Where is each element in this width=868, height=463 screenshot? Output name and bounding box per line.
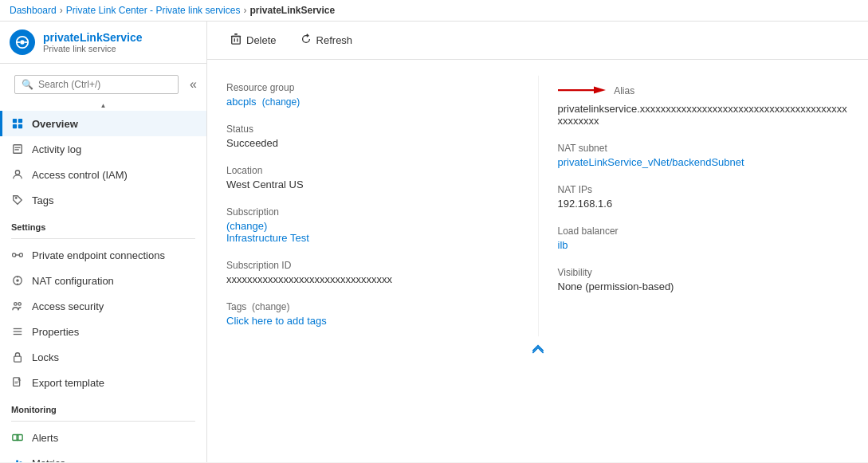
sidebar-service-name: privateLinkService — [43, 31, 143, 44]
resource-group-label: Resource group — [226, 82, 538, 93]
search-icon: 🔍 — [22, 79, 33, 90]
visibility-item: Visibility None (permission-based) — [558, 261, 850, 302]
collapse-sidebar-button[interactable]: « — [187, 76, 200, 93]
scroll-indicator-top: ▲ — [0, 100, 206, 111]
subscription-id-label: Subscription ID — [226, 260, 538, 271]
tags-add-link[interactable]: Click here to add tags — [226, 315, 538, 327]
sidebar-item-access-control[interactable]: Access control (IAM) — [0, 162, 206, 187]
load-balancer-item: Load balancer ilb — [558, 219, 850, 261]
locks-icon — [11, 351, 24, 363]
subscription-id-item: Subscription ID xxxxxxxxxxxxxxxxxxxxxxxx… — [226, 253, 538, 295]
svg-rect-25 — [14, 356, 22, 362]
content-area: Delete Refresh Resource grou — [207, 22, 868, 462]
location-label: Location — [226, 165, 538, 176]
svg-point-14 — [19, 253, 22, 257]
tags-label: Tags (change) — [226, 301, 538, 312]
svg-point-11 — [15, 171, 19, 175]
private-endpoint-label: Private endpoint connections — [32, 249, 165, 261]
activity-log-icon — [11, 143, 24, 155]
tags-change-link[interactable]: (change) — [252, 301, 289, 312]
activity-log-label: Activity log — [32, 143, 81, 155]
service-icon — [10, 29, 35, 55]
access-security-icon — [11, 300, 24, 312]
load-balancer-label: Load balancer — [558, 226, 850, 237]
overview-icon — [11, 117, 24, 130]
breadcrumb-dashboard[interactable]: Dashboard — [10, 5, 57, 16]
refresh-icon — [300, 33, 312, 47]
svg-rect-8 — [14, 145, 22, 154]
sidebar-item-private-endpoint[interactable]: Private endpoint connections — [0, 242, 206, 268]
refresh-button[interactable]: Refresh — [290, 28, 363, 53]
metrics-icon — [11, 457, 24, 462]
status-label: Status — [226, 124, 538, 135]
svg-rect-30 — [17, 435, 22, 441]
sidebar-item-locks[interactable]: Locks — [0, 344, 206, 370]
subscription-infrastructure-link[interactable]: Infrastructure Test — [226, 232, 309, 244]
alias-item: Alias privatelinkservice.xxxxxxxxxxxxxxx… — [558, 76, 850, 136]
sidebar-item-activity-log[interactable]: Activity log — [0, 136, 206, 162]
subscription-label: Subscription — [226, 206, 538, 218]
svg-point-21 — [18, 303, 22, 306]
overview-label: Overview — [32, 118, 78, 130]
visibility-value: None (permission-based) — [558, 281, 850, 292]
properties-label: Properties — [32, 326, 79, 338]
properties-icon — [11, 325, 24, 338]
breadcrumb-private-link[interactable]: Private Link Center - Private link servi… — [66, 5, 241, 16]
settings-section-label: Settings — [0, 213, 206, 235]
nat-ips-label: NAT IPs — [558, 184, 850, 195]
access-security-label: Access security — [32, 300, 104, 312]
sidebar-item-tags[interactable]: Tags — [0, 187, 206, 213]
svg-point-20 — [14, 303, 18, 306]
sidebar-header: privateLinkService Private link service — [0, 22, 206, 64]
breadcrumb-current: privateLinkService — [249, 5, 335, 16]
alerts-label: Alerts — [32, 432, 58, 444]
sidebar-item-access-security[interactable]: Access security — [0, 293, 206, 319]
subscription-value: (change)Infrastructure Test — [226, 220, 538, 244]
sidebar-item-metrics[interactable]: Metrics — [0, 450, 206, 462]
search-container: 🔍 « — [0, 69, 206, 100]
sidebar-title-group: privateLinkService Private link service — [43, 31, 143, 53]
delete-button[interactable]: Delete — [220, 28, 287, 53]
toolbar: Delete Refresh — [207, 22, 868, 60]
access-control-icon — [11, 168, 24, 181]
resource-group-change-link[interactable]: (change) — [262, 96, 300, 108]
sidebar-item-overview[interactable]: Overview — [0, 111, 206, 136]
nat-subnet-link[interactable]: privateLinkService_vNet/backendSubnet — [558, 156, 744, 168]
status-item: Status Succeeded — [226, 117, 538, 159]
export-template-icon — [11, 376, 24, 389]
svg-point-17 — [16, 279, 19, 282]
svg-point-13 — [12, 253, 15, 257]
sidebar: privateLinkService Private link service … — [0, 22, 207, 462]
resource-group-link[interactable]: abcpls — [226, 96, 257, 108]
main-layout: privateLinkService Private link service … — [0, 22, 868, 462]
search-box[interactable]: 🔍 — [14, 75, 179, 94]
overview-content: Resource group abcpls (change) Status Su… — [207, 60, 868, 462]
alerts-icon — [11, 431, 24, 444]
load-balancer-value: ilb — [558, 239, 850, 251]
sidebar-item-export-template[interactable]: Export template — [0, 370, 206, 395]
location-item: Location West Central US — [226, 159, 538, 200]
svg-point-1 — [20, 40, 24, 44]
collapse-overview-button[interactable] — [226, 336, 849, 360]
monitoring-section-label: Monitoring — [0, 395, 206, 418]
search-input[interactable] — [38, 79, 171, 90]
sidebar-service-type: Private link service — [43, 44, 143, 53]
sidebar-item-nat-config[interactable]: NAT configuration — [0, 268, 206, 293]
load-balancer-link[interactable]: ilb — [558, 239, 568, 251]
export-template-label: Export template — [32, 377, 104, 389]
subscription-change-link[interactable]: (change) — [226, 220, 267, 232]
nat-ips-item: NAT IPs 192.168.1.6 — [558, 178, 850, 219]
sidebar-item-alerts[interactable]: Alerts — [0, 425, 206, 450]
tags-add[interactable]: Click here to add tags — [226, 315, 327, 327]
tags-icon — [11, 194, 24, 206]
metrics-label: Metrics — [32, 457, 65, 463]
subscription-item: Subscription (change)Infrastructure Test — [226, 200, 538, 253]
nat-subnet-label: NAT subnet — [558, 143, 850, 154]
svg-rect-33 — [20, 461, 22, 462]
subscription-id-value: xxxxxxxxxxxxxxxxxxxxxxxxxxxxxxxx — [226, 273, 538, 285]
sidebar-item-properties[interactable]: Properties — [0, 319, 206, 344]
svg-rect-4 — [13, 119, 17, 123]
svg-rect-32 — [16, 461, 18, 463]
sidebar-nav: Overview Activity log — [0, 111, 206, 462]
nat-subnet-item: NAT subnet privateLinkService_vNet/backe… — [558, 136, 850, 178]
